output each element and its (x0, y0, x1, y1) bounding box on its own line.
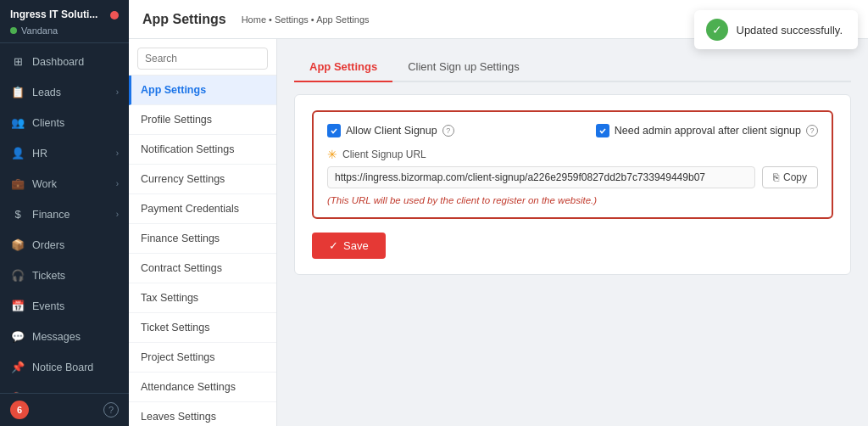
notification-badge[interactable]: 6 (10, 401, 29, 419)
menu-item-ticket-settings[interactable]: Ticket Settings (129, 313, 276, 343)
need-admin-approval-help-icon[interactable]: ? (806, 125, 818, 137)
leads-icon: 📋 (10, 85, 25, 100)
menu-item-contract-settings[interactable]: Contract Settings (129, 254, 276, 283)
sidebar-item-orders[interactable]: 📦 Orders (0, 230, 129, 261)
page-title: App Settings (142, 12, 226, 27)
toast-notification: ✓ Updated successfully. (694, 10, 859, 49)
save-button[interactable]: ✓ Save (312, 233, 386, 259)
sidebar-header: Ingress IT Soluti... Vandana (0, 0, 129, 43)
help-icon[interactable]: ? (103, 402, 119, 418)
url-value: https://ingress.bizormap.com/client-sign… (327, 166, 755, 188)
chevron-right-icon: › (116, 149, 119, 158)
sidebar-item-label: Dashboard (32, 56, 119, 68)
sidebar-item-clients[interactable]: 👥 Clients (0, 108, 129, 138)
copy-icon: ⎘ (773, 171, 779, 183)
tab-app-settings[interactable]: App Settings (294, 53, 392, 82)
sidebar-item-knowledge-base[interactable]: 📚 Knowledge Base (0, 383, 129, 393)
sidebar-item-work[interactable]: 💼 Work › (0, 169, 129, 199)
tickets-icon: 🎧 (10, 268, 25, 283)
loading-icon: ✳ (327, 148, 337, 161)
menu-item-app-settings[interactable]: App Settings (129, 76, 276, 105)
brand-name: Ingress IT Soluti... (10, 8, 97, 22)
breadcrumb-sep: • (269, 14, 275, 25)
menu-item-notification-settings[interactable]: Notification Settings (129, 135, 276, 165)
allow-client-signup-label: Allow Client Signup (346, 125, 437, 137)
settings-tabs: App Settings Client Sign up Settings (294, 53, 851, 82)
sidebar-item-label: Clients (32, 117, 119, 129)
user-status-dot (10, 27, 17, 34)
toast-success-icon: ✓ (706, 19, 728, 41)
check-icon: ✓ (329, 239, 338, 252)
checkboxes-row: Allow Client Signup ? Need admin approva… (327, 124, 818, 137)
toast-message: Updated successfully. (737, 24, 843, 36)
form-section: Allow Client Signup ? Need admin approva… (312, 110, 833, 219)
menu-item-profile-settings[interactable]: Profile Settings (129, 105, 276, 135)
finance-icon: $ (10, 207, 25, 222)
sidebar-item-label: Notice Board (32, 362, 119, 373)
menu-item-payment-credentials[interactable]: Payment Credentials (129, 194, 276, 224)
sidebar: Ingress IT Soluti... Vandana ⊞ Dashboard… (0, 0, 129, 426)
sidebar-footer: 6 ? (0, 393, 129, 426)
search-input[interactable] (137, 48, 268, 70)
chevron-right-icon: › (116, 179, 119, 188)
need-admin-approval-checkbox[interactable] (596, 124, 609, 137)
url-section: ✳ Client Signup URL https://ingress.bizo… (327, 148, 818, 205)
allow-client-signup-help-icon[interactable]: ? (442, 125, 454, 137)
main-area: App Settings Home • Settings • App Setti… (129, 0, 868, 426)
sidebar-item-messages[interactable]: 💬 Messages (0, 322, 129, 352)
sidebar-item-label: Knowledge Base (32, 392, 119, 393)
allow-client-signup-checkbox[interactable] (327, 124, 341, 137)
sidebar-item-hr[interactable]: 👤 HR › (0, 138, 129, 169)
sidebar-item-label: Work (32, 178, 116, 190)
url-label: ✳ Client Signup URL (327, 148, 818, 161)
sidebar-item-label: Finance (32, 209, 116, 221)
menu-item-finance-settings[interactable]: Finance Settings (129, 224, 276, 254)
settings-main: App Settings Client Sign up Settings (277, 39, 868, 426)
breadcrumb-settings[interactable]: Settings (275, 14, 309, 25)
work-icon: 💼 (10, 177, 25, 192)
need-admin-approval-group: Need admin approval after client signup … (596, 124, 818, 137)
sidebar-item-finance[interactable]: $ Finance › (0, 199, 129, 230)
sidebar-user: Vandana (10, 25, 119, 36)
sidebar-item-tickets[interactable]: 🎧 Tickets (0, 261, 129, 291)
sidebar-item-events[interactable]: 📅 Events (0, 291, 129, 322)
sidebar-item-label: Tickets (32, 270, 119, 282)
breadcrumb-current: App Settings (316, 14, 369, 25)
url-label-text: Client Signup URL (342, 149, 426, 160)
breadcrumb: Home • Settings • App Settings (242, 14, 370, 25)
need-admin-approval-label: Need admin approval after client signup (615, 125, 801, 137)
sidebar-item-label: Orders (32, 239, 119, 251)
sidebar-item-label: Messages (32, 331, 119, 343)
chevron-right-icon: › (116, 210, 119, 219)
menu-item-tax-settings[interactable]: Tax Settings (129, 283, 276, 313)
breadcrumb-home[interactable]: Home (242, 14, 266, 25)
settings-sidebar: App Settings Profile Settings Notificati… (129, 39, 277, 426)
events-icon: 📅 (10, 299, 25, 314)
user-name: Vandana (21, 25, 58, 36)
sidebar-item-notice-board[interactable]: 📌 Notice Board (0, 352, 129, 383)
chevron-right-icon: › (116, 87, 119, 97)
notice-board-icon: 📌 (10, 360, 25, 375)
sidebar-item-label: Leads (32, 87, 116, 98)
settings-search-area (129, 39, 276, 76)
sidebar-item-dashboard[interactable]: ⊞ Dashboard (0, 47, 129, 77)
hr-icon: 👤 (10, 146, 25, 161)
menu-item-attendance-settings[interactable]: Attendance Settings (129, 373, 276, 402)
save-label: Save (343, 239, 369, 252)
url-row: https://ingress.bizormap.com/client-sign… (327, 166, 818, 188)
url-note: (This URL will be used by the client to … (327, 195, 818, 205)
copy-button[interactable]: ⎘ Copy (762, 166, 818, 188)
sidebar-item-label: HR (32, 148, 116, 160)
settings-card: Allow Client Signup ? Need admin approva… (294, 94, 851, 275)
menu-item-project-settings[interactable]: Project Settings (129, 343, 276, 373)
sidebar-item-leads[interactable]: 📋 Leads › (0, 77, 129, 108)
menu-item-leaves-settings[interactable]: Leaves Settings (129, 402, 276, 426)
close-dot (110, 11, 119, 20)
tab-client-signup[interactable]: Client Sign up Settings (392, 53, 535, 82)
copy-label: Copy (783, 171, 807, 183)
clients-icon: 👥 (10, 115, 25, 131)
sidebar-nav: ⊞ Dashboard 📋 Leads › 👥 Clients 👤 HR › 💼… (0, 43, 129, 393)
content-area: App Settings Profile Settings Notificati… (129, 39, 868, 426)
sidebar-item-label: Events (32, 300, 119, 312)
menu-item-currency-settings[interactable]: Currency Settings (129, 165, 276, 194)
